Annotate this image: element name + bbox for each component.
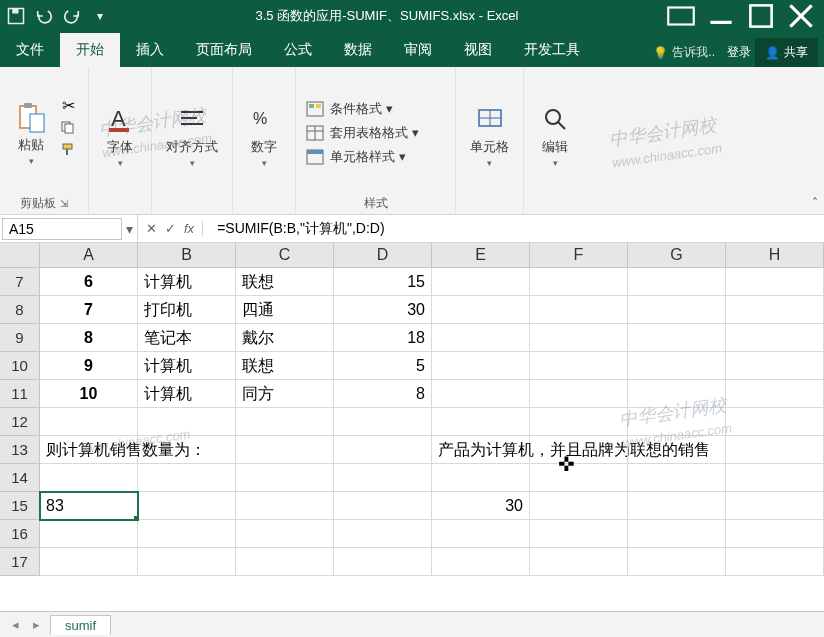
cell[interactable] [40, 548, 138, 576]
cell[interactable] [334, 548, 432, 576]
name-box-dropdown[interactable]: ▾ [122, 215, 138, 242]
cell[interactable] [726, 464, 824, 492]
cell[interactable] [138, 548, 236, 576]
cell[interactable] [138, 436, 236, 464]
cell[interactable] [628, 324, 726, 352]
cell[interactable] [628, 408, 726, 436]
save-icon[interactable] [6, 6, 26, 26]
cell[interactable]: 8 [40, 324, 138, 352]
cell[interactable] [40, 408, 138, 436]
cell[interactable]: 四通 [236, 296, 334, 324]
cell[interactable]: 笔记本 [138, 324, 236, 352]
cell[interactable] [628, 464, 726, 492]
cell[interactable] [726, 492, 824, 520]
row-header[interactable]: 16 [0, 520, 40, 548]
cell[interactable] [628, 296, 726, 324]
cell[interactable] [432, 268, 530, 296]
cell[interactable]: 计算机 [138, 352, 236, 380]
cell[interactable] [432, 548, 530, 576]
cell[interactable] [628, 436, 726, 464]
row-header[interactable]: 12 [0, 408, 40, 436]
close-icon[interactable] [784, 4, 818, 28]
col-header-H[interactable]: H [726, 243, 824, 267]
cell[interactable] [726, 324, 824, 352]
cell[interactable] [334, 436, 432, 464]
cell[interactable] [726, 352, 824, 380]
format-painter-icon[interactable] [58, 140, 78, 158]
col-header-C[interactable]: C [236, 243, 334, 267]
formula-input[interactable]: =SUMIF(B:B,"计算机",D:D) [211, 218, 824, 240]
tab-file[interactable]: 文件 [0, 33, 60, 67]
row-header[interactable]: 14 [0, 464, 40, 492]
cell[interactable] [334, 492, 432, 520]
cells-button[interactable]: 单元格 ▾ [466, 98, 513, 172]
cell[interactable] [628, 548, 726, 576]
cell[interactable] [726, 296, 824, 324]
row-header[interactable]: 13 [0, 436, 40, 464]
cell[interactable] [334, 408, 432, 436]
cell[interactable] [236, 492, 334, 520]
cell[interactable] [236, 408, 334, 436]
tab-home[interactable]: 开始 [60, 33, 120, 67]
signin-button[interactable]: 登录 [727, 44, 751, 61]
cell[interactable]: 7 [40, 296, 138, 324]
editing-button[interactable]: 编辑 ▾ [534, 98, 576, 172]
cell[interactable] [138, 492, 236, 520]
tab-data[interactable]: 数据 [328, 33, 388, 67]
tab-view[interactable]: 视图 [448, 33, 508, 67]
cell[interactable] [628, 492, 726, 520]
cell[interactable] [530, 492, 628, 520]
cancel-formula-icon[interactable]: ✕ [146, 221, 157, 236]
alignment-button[interactable]: 对齐方式 ▾ [162, 98, 222, 172]
cell[interactable] [530, 324, 628, 352]
cell[interactable] [40, 464, 138, 492]
cell[interactable]: 8 [334, 380, 432, 408]
cell[interactable] [138, 408, 236, 436]
collapse-ribbon-icon[interactable]: ˄ [812, 196, 818, 210]
cell[interactable] [236, 464, 334, 492]
cell[interactable] [334, 464, 432, 492]
cell[interactable] [530, 352, 628, 380]
cell[interactable]: 产品为计算机，并且品牌为联想的销售 [432, 436, 530, 464]
sheet-tab-sumif[interactable]: sumif [50, 615, 111, 635]
tab-insert[interactable]: 插入 [120, 33, 180, 67]
cell[interactable] [236, 436, 334, 464]
cell[interactable] [138, 520, 236, 548]
tab-formulas[interactable]: 公式 [268, 33, 328, 67]
enter-formula-icon[interactable]: ✓ [165, 221, 176, 236]
cell[interactable]: 计算机 [138, 268, 236, 296]
cell[interactable] [726, 380, 824, 408]
cell[interactable]: 联想 [236, 352, 334, 380]
cell[interactable] [432, 520, 530, 548]
col-header-F[interactable]: F [530, 243, 628, 267]
paste-button[interactable]: 粘贴 ▾ [10, 96, 52, 170]
cell[interactable] [628, 380, 726, 408]
copy-icon[interactable] [58, 118, 78, 136]
col-header-E[interactable]: E [432, 243, 530, 267]
cell[interactable]: 10 [40, 380, 138, 408]
cell[interactable] [530, 380, 628, 408]
cell[interactable] [726, 548, 824, 576]
cell[interactable]: 30 [334, 296, 432, 324]
row-header[interactable]: 11 [0, 380, 40, 408]
minimize-icon[interactable] [704, 4, 738, 28]
row-header[interactable]: 7 [0, 268, 40, 296]
cell[interactable] [530, 296, 628, 324]
select-all-button[interactable] [0, 243, 40, 267]
grid-body[interactable]: 76计算机联想1587打印机四通3098笔记本戴尔18109计算机联想51110… [0, 268, 824, 576]
cell[interactable] [432, 408, 530, 436]
tell-me[interactable]: 💡 告诉我.. [645, 44, 723, 61]
maximize-icon[interactable] [744, 4, 778, 28]
cell[interactable] [530, 464, 628, 492]
cell[interactable]: 30 [432, 492, 530, 520]
prev-sheet-icon[interactable]: ◂ [8, 617, 23, 632]
format-as-table-button[interactable]: 套用表格格式 ▾ [306, 124, 419, 142]
cell[interactable] [726, 520, 824, 548]
cell[interactable]: 6 [40, 268, 138, 296]
cell[interactable] [40, 520, 138, 548]
col-header-B[interactable]: B [138, 243, 236, 267]
cell[interactable]: 15 [334, 268, 432, 296]
conditional-formatting-button[interactable]: 条件格式 ▾ [306, 100, 419, 118]
row-header[interactable]: 10 [0, 352, 40, 380]
fx-icon[interactable]: fx [184, 221, 203, 236]
